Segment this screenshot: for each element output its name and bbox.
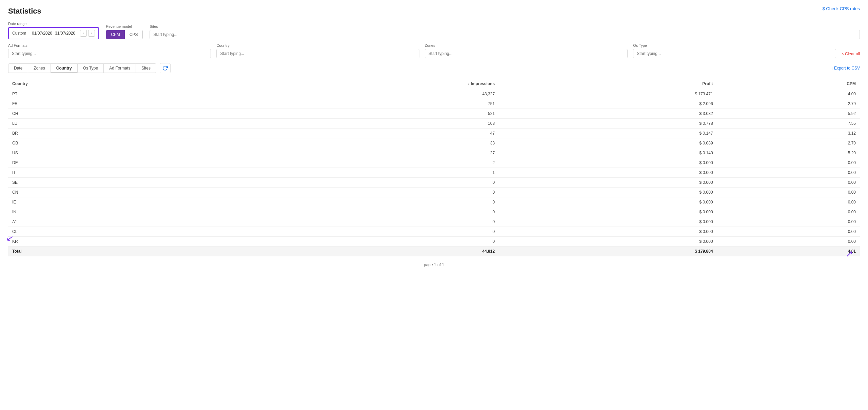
table-row: A1 0 $ 0.000 0.00: [8, 217, 860, 227]
zones-input[interactable]: [425, 49, 628, 58]
cell-profit: $ 0.000: [499, 168, 717, 178]
pagination: page 1 of 1: [8, 262, 860, 267]
cell-profit: $ 0.000: [499, 227, 717, 237]
cell-cpm: 5.20: [717, 148, 860, 158]
ad-formats-input[interactable]: [8, 49, 211, 58]
filter-row-2: Ad Formats Country Zones Os Type × Clear…: [8, 43, 860, 58]
date-next-btn[interactable]: ›: [88, 30, 95, 37]
revenue-model-btn-group: CPM CPS: [106, 30, 143, 39]
refresh-icon: [162, 65, 168, 71]
cell-profit: $ 0.000: [499, 178, 717, 188]
cell-impressions: 1: [205, 168, 499, 178]
sites-label: Sites: [150, 24, 860, 28]
cell-impressions: 33: [205, 138, 499, 148]
page-title: Statistics: [8, 7, 860, 16]
footer-profit: $ 179.804: [499, 247, 717, 256]
cell-profit: $ 0.089: [499, 138, 717, 148]
col-cpm: CPM: [717, 79, 860, 89]
table-row: DE 2 $ 0.000 0.00: [8, 158, 860, 168]
tab-country[interactable]: Country: [51, 63, 77, 73]
cell-impressions: 0: [205, 207, 499, 217]
cell-profit: $ 0.000: [499, 158, 717, 168]
tab-zones[interactable]: Zones: [28, 63, 50, 73]
tab-sites[interactable]: Sites: [136, 63, 156, 73]
cell-country: FR: [8, 99, 205, 109]
cell-country: PT: [8, 89, 205, 99]
cell-country: IE: [8, 197, 205, 207]
cell-profit: $ 0.000: [499, 217, 717, 227]
cell-cpm: 0.00: [717, 158, 860, 168]
date-type: Custom: [12, 31, 29, 36]
cell-impressions: 0: [205, 227, 499, 237]
cell-profit: $ 0.147: [499, 129, 717, 138]
cell-profit: $ 0.140: [499, 148, 717, 158]
date-prev-btn[interactable]: ‹: [80, 30, 87, 37]
cpm-btn[interactable]: CPM: [106, 30, 125, 39]
tabs-row: Date Zones Country Os Type Ad Formats Si…: [8, 63, 860, 73]
os-type-label: Os Type: [633, 43, 836, 47]
annotation-arrow-right: ↗: [846, 249, 853, 259]
cell-impressions: 0: [205, 217, 499, 227]
ad-formats-label: Ad Formats: [8, 43, 211, 47]
cell-country: A1: [8, 217, 205, 227]
cell-impressions: 2: [205, 158, 499, 168]
cell-cpm: 2.70: [717, 138, 860, 148]
footer-label: Total: [8, 247, 205, 256]
table-row: LU 103 $ 0.778 7.55: [8, 119, 860, 129]
cell-cpm: 7.55: [717, 119, 860, 129]
footer-impressions: 44,812: [205, 247, 499, 256]
check-cps-link[interactable]: $ Check CPS rates: [822, 6, 860, 11]
cell-profit: $ 0.000: [499, 188, 717, 197]
cell-profit: $ 0.000: [499, 237, 717, 247]
cell-impressions: 0: [205, 178, 499, 188]
cell-country: CH: [8, 109, 205, 119]
table-row: CH 521 $ 3.082 5.92: [8, 109, 860, 119]
cell-cpm: 0.00: [717, 168, 860, 178]
country-filter-input[interactable]: [216, 49, 419, 58]
cell-impressions: 27: [205, 148, 499, 158]
os-type-input[interactable]: [633, 49, 836, 58]
date-end: 31/07/2020: [55, 31, 75, 36]
cell-country: SE: [8, 178, 205, 188]
cell-cpm: 0.00: [717, 197, 860, 207]
tab-os-type[interactable]: Os Type: [77, 63, 103, 73]
cell-impressions: 0: [205, 237, 499, 247]
cell-profit: $ 173.471: [499, 89, 717, 99]
cell-cpm: 4.00: [717, 89, 860, 99]
cell-impressions: 521: [205, 109, 499, 119]
sites-input[interactable]: [150, 30, 860, 39]
filter-row-1: Date range Custom 01/07/2020 31/07/2020 …: [8, 22, 860, 39]
tab-ad-formats[interactable]: Ad Formats: [103, 63, 136, 73]
table-row: SE 0 $ 0.000 0.00: [8, 178, 860, 188]
table-row: GB 33 $ 0.089 2.70: [8, 138, 860, 148]
cell-cpm: 0.00: [717, 207, 860, 217]
cell-profit: $ 0.778: [499, 119, 717, 129]
table-row: IT 1 $ 0.000 0.00: [8, 168, 860, 178]
cps-btn[interactable]: CPS: [125, 30, 143, 39]
cell-country: KR: [8, 237, 205, 247]
cell-country: US: [8, 148, 205, 158]
pagination-text: page 1 of 1: [424, 262, 444, 267]
refresh-btn[interactable]: [160, 63, 171, 73]
table-row: KR 0 $ 0.000 0.00: [8, 237, 860, 247]
tab-date[interactable]: Date: [8, 63, 28, 73]
cell-profit: $ 2.096: [499, 99, 717, 109]
export-csv-link[interactable]: ↓ Export to CSV: [831, 66, 860, 71]
date-range-group: Date range Custom 01/07/2020 31/07/2020 …: [8, 22, 99, 39]
os-type-group: Os Type: [633, 43, 836, 58]
sites-input-group: Sites: [150, 24, 860, 39]
cell-country: DE: [8, 158, 205, 168]
cell-profit: $ 3.082: [499, 109, 717, 119]
col-impressions[interactable]: ↓ Impressions: [205, 79, 499, 89]
filters-section: Date range Custom 01/07/2020 31/07/2020 …: [8, 22, 860, 58]
clear-all-link[interactable]: × Clear all: [842, 52, 860, 58]
date-nav: ‹ ›: [80, 30, 95, 37]
country-filter-label: Country: [216, 43, 419, 47]
cell-cpm: 0.00: [717, 227, 860, 237]
date-start: 01/07/2020: [32, 31, 52, 36]
table-footer-row: Total 44,812 $ 179.804 4.01: [8, 247, 860, 256]
cell-cpm: 0.00: [717, 237, 860, 247]
cell-impressions: 43,327: [205, 89, 499, 99]
cell-country: IN: [8, 207, 205, 217]
date-range-box[interactable]: Custom 01/07/2020 31/07/2020 ‹ ›: [8, 27, 99, 39]
